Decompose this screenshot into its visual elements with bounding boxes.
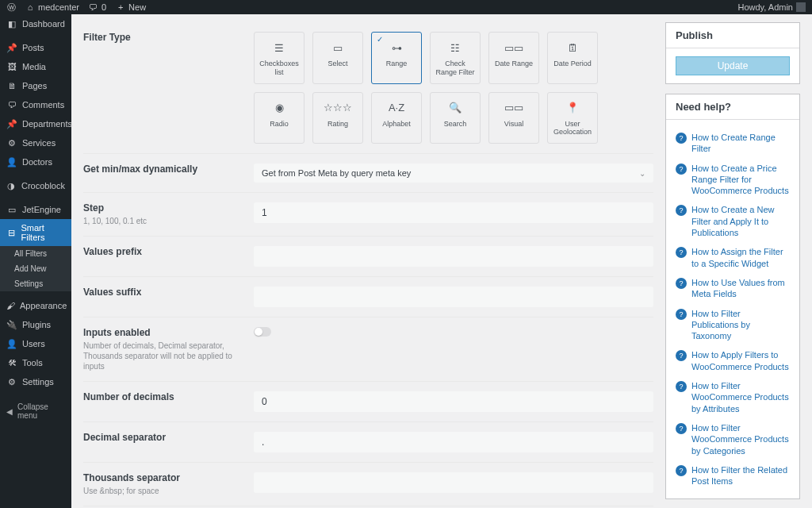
filter-tile-visual[interactable]: ▭▭Visual bbox=[488, 92, 539, 144]
pin-icon: 📌 bbox=[6, 42, 17, 53]
sidebar-item-users[interactable]: 👤Users bbox=[0, 334, 71, 353]
thsep-input[interactable] bbox=[254, 472, 653, 493]
help-panel: Need help? ?How to Create Range Filter ?… bbox=[665, 94, 800, 499]
sidebar-item-label: Tools bbox=[22, 358, 43, 368]
submenu-label: Settings bbox=[14, 279, 43, 288]
filter-tile-checkboxes[interactable]: ☰Checkboxes list bbox=[254, 32, 304, 84]
decimals-label: Number of decimals bbox=[83, 391, 254, 412]
sidebar-item-appearance[interactable]: 🖌Appearance bbox=[0, 296, 71, 315]
filter-tile-dateperiod[interactable]: 🗓Date Period bbox=[547, 32, 598, 84]
help-link[interactable]: How to Filter Publications by Taxonomy bbox=[691, 308, 790, 342]
prefix-input[interactable] bbox=[254, 246, 653, 267]
submenu-all-filters[interactable]: All Filters bbox=[0, 246, 71, 261]
help-link[interactable]: How to Create a Price Range Filter for W… bbox=[691, 163, 790, 197]
site-name[interactable]: ⌂medcenter bbox=[25, 2, 79, 12]
step-input[interactable] bbox=[254, 202, 653, 223]
filter-tile-daterange[interactable]: ▭▭Date Range bbox=[488, 32, 539, 84]
sidebar-item-dashboard[interactable]: ◧Dashboard bbox=[0, 14, 71, 33]
filter-tile-rating[interactable]: ☆☆☆Rating bbox=[312, 92, 363, 144]
sidebar-item-crocoblock[interactable]: ◑Crocoblock bbox=[0, 176, 71, 195]
filter-tile-label: User Geolocation bbox=[551, 120, 594, 137]
inputs-toggle[interactable] bbox=[254, 327, 271, 337]
sidebar-item-label: Smart Filters bbox=[21, 223, 65, 242]
sidebar-item-smartfilters[interactable]: ⊟Smart Filters bbox=[0, 219, 71, 246]
filter-tile-label: Radio bbox=[258, 120, 301, 129]
sidebar-item-comments[interactable]: 🗩Comments bbox=[0, 95, 71, 114]
user-icon: 👤 bbox=[6, 156, 17, 167]
filter-icon: ⊟ bbox=[6, 227, 16, 238]
sidebar-item-label: Doctors bbox=[22, 157, 52, 167]
inputs-desc: Number of decimals, Decimal separator, T… bbox=[83, 341, 254, 371]
plugin-icon: 🔌 bbox=[6, 319, 17, 330]
howdy-label: Howdy, Admin bbox=[738, 2, 794, 12]
help-link[interactable]: How to Create a New Filter and Apply It … bbox=[691, 204, 790, 238]
help-link[interactable]: How to Filter the Related Post Items bbox=[691, 464, 790, 487]
sidebar-item-services[interactable]: ⚙Services bbox=[0, 133, 71, 152]
filter-tile-label: Date Range bbox=[492, 60, 535, 68]
filter-type-grid: ☰Checkboxes list ▭Select ✓⊶Range ☷Check … bbox=[254, 32, 653, 144]
chevron-down-icon: ⌄ bbox=[639, 169, 645, 178]
submenu-label: Add New bbox=[14, 264, 47, 273]
collapse-menu[interactable]: ◀Collapse menu bbox=[0, 396, 71, 426]
sidebar-item-pages[interactable]: 🗎Pages bbox=[0, 76, 71, 95]
update-button[interactable]: Update bbox=[676, 56, 790, 75]
help-link[interactable]: How to Use Values from Meta Fields bbox=[691, 277, 790, 300]
sidebar-item-jetengine[interactable]: ▭JetEngine bbox=[0, 200, 71, 219]
suffix-input[interactable] bbox=[254, 287, 653, 307]
submenu-add-new[interactable]: Add New bbox=[0, 261, 71, 276]
filter-tile-radio[interactable]: ◉Radio bbox=[254, 92, 304, 144]
filter-tile-label: Checkboxes list bbox=[258, 60, 301, 77]
filter-tile-label: Check Range Filter bbox=[434, 60, 477, 77]
help-title: Need help? bbox=[666, 94, 799, 120]
sidebar-item-doctors[interactable]: 👤Doctors bbox=[0, 152, 71, 171]
sidebar-item-posts[interactable]: 📌Posts bbox=[0, 38, 71, 57]
filter-tile-alphabet[interactable]: A·ZAlphabet bbox=[371, 92, 422, 144]
settings-icon: ⚙ bbox=[6, 376, 17, 387]
comment-icon: 🗩 bbox=[6, 99, 17, 110]
comments-link[interactable]: 🗩0 bbox=[89, 2, 106, 12]
question-icon: ? bbox=[676, 423, 687, 434]
pin-icon: 📌 bbox=[6, 118, 17, 129]
checkrange-icon: ☷ bbox=[434, 39, 477, 56]
help-link[interactable]: How to Create Range Filter bbox=[691, 132, 790, 155]
new-content[interactable]: +New bbox=[116, 2, 146, 12]
filter-tile-search[interactable]: 🔍Search bbox=[430, 92, 481, 144]
sidebar-item-departments[interactable]: 📌Departments bbox=[0, 114, 71, 133]
brush-icon: 🖌 bbox=[6, 300, 15, 311]
filter-tile-label: Date Period bbox=[551, 60, 594, 68]
sidebar-item-tools[interactable]: 🛠Tools bbox=[0, 353, 71, 372]
question-icon: ? bbox=[676, 133, 687, 144]
crocoblock-icon: ◑ bbox=[6, 180, 17, 191]
sidebar-item-label: Plugins bbox=[22, 320, 51, 329]
filter-tile-range[interactable]: ✓⊶Range bbox=[371, 32, 422, 84]
help-link[interactable]: How to Filter WooCommerce Products by Ca… bbox=[691, 422, 790, 456]
radio-icon: ◉ bbox=[258, 99, 301, 117]
decsep-input[interactable] bbox=[254, 432, 653, 452]
howdy[interactable]: Howdy, Admin bbox=[738, 2, 806, 12]
sidebar-item-plugins[interactable]: 🔌Plugins bbox=[0, 315, 71, 334]
submenu: All Filters Add New Settings bbox=[0, 246, 71, 291]
getminmax-select[interactable]: Get from Post Meta by query meta key ⌄ bbox=[254, 164, 653, 183]
filter-tile-checkrange[interactable]: ☷Check Range Filter bbox=[430, 32, 481, 84]
sidebar-item-settings[interactable]: ⚙Settings bbox=[0, 372, 71, 391]
dashboard-icon: ◧ bbox=[6, 18, 17, 29]
sidebar-item-label: Media bbox=[22, 62, 46, 71]
site-name-label: medcenter bbox=[38, 2, 79, 12]
filter-tile-label: Rating bbox=[316, 120, 359, 129]
filter-tile-geolocation[interactable]: 📍User Geolocation bbox=[547, 92, 598, 144]
question-icon: ? bbox=[676, 278, 687, 289]
sidebar-item-media[interactable]: 🖾Media bbox=[0, 57, 71, 76]
filter-type-label: Filter Type bbox=[83, 32, 254, 144]
help-link[interactable]: How to Filter WooCommerce Products by At… bbox=[691, 380, 790, 414]
wp-logo[interactable]: ⓦ bbox=[6, 2, 16, 12]
filter-tile-select[interactable]: ▭Select bbox=[312, 32, 363, 84]
gear-icon: ⚙ bbox=[6, 137, 17, 148]
suffix-label: Values suffix bbox=[83, 287, 254, 307]
question-icon: ? bbox=[676, 465, 687, 476]
inputs-label: Inputs enabled bbox=[83, 327, 254, 338]
decimals-input[interactable] bbox=[254, 391, 653, 412]
filter-tile-label: Select bbox=[316, 60, 359, 68]
submenu-settings[interactable]: Settings bbox=[0, 276, 71, 291]
help-link[interactable]: How to Apply Filters to WooCommerce Prod… bbox=[691, 349, 790, 372]
help-link[interactable]: How to Assign the Filter to a Specific W… bbox=[691, 246, 790, 269]
